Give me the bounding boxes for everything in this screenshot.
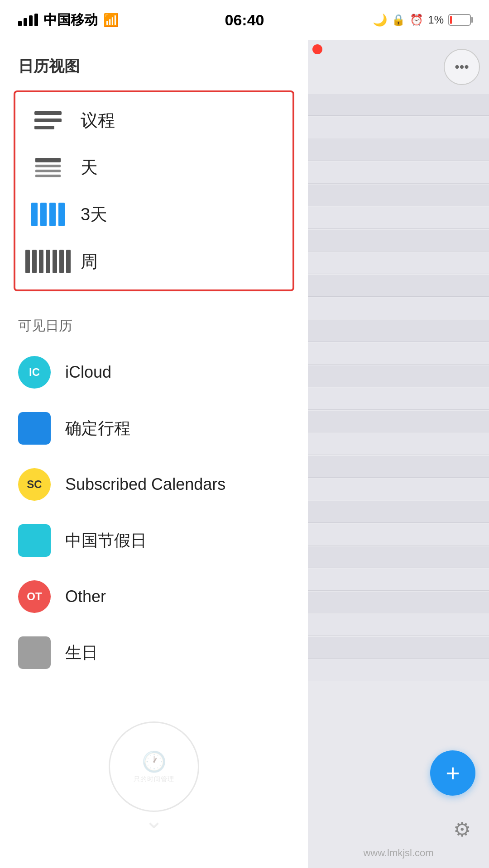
watermark-area: 🕐 只的时间管理 ⌄ bbox=[0, 685, 308, 852]
icloud-avatar: IC bbox=[18, 356, 51, 389]
alarm-icon: ⏰ bbox=[410, 14, 423, 26]
status-left: 中国移动 📶 bbox=[18, 11, 119, 29]
status-bar: 中国移动 📶 06:40 🌙 🔒 ⏰ 1% bbox=[0, 0, 489, 40]
day-label: 天 bbox=[81, 156, 98, 179]
subscribed-avatar: SC bbox=[18, 468, 51, 501]
other-avatar: OT bbox=[18, 580, 51, 613]
battery-percent: 1% bbox=[428, 14, 444, 26]
main-layout: 日历视图 议程 bbox=[0, 40, 489, 868]
calendar-item-holidays[interactable]: 中国节假日 bbox=[0, 512, 308, 569]
notification-dot bbox=[312, 44, 322, 54]
status-time: 06:40 bbox=[225, 11, 264, 29]
right-panel: ••• + ⚙ www.lmkjsl.com bbox=[308, 40, 489, 868]
settings-icon[interactable]: ⚙ bbox=[453, 818, 471, 841]
holidays-label: 中国节假日 bbox=[65, 530, 147, 552]
3day-icon bbox=[32, 202, 64, 227]
battery-icon bbox=[448, 14, 471, 26]
lock-icon: 🔒 bbox=[392, 14, 405, 26]
more-button[interactable]: ••• bbox=[444, 49, 480, 85]
confirmed-icon bbox=[18, 412, 51, 445]
wifi-icon: 📶 bbox=[103, 13, 119, 28]
other-label: Other bbox=[65, 587, 106, 606]
calendar-item-confirmed[interactable]: 确定行程 bbox=[0, 400, 308, 456]
left-panel: 日历视图 议程 bbox=[0, 40, 308, 868]
subscribed-label: Subscribed Calendars bbox=[65, 475, 225, 494]
holidays-icon bbox=[18, 524, 51, 557]
view-option-day[interactable]: 天 bbox=[15, 144, 292, 191]
signal-icon bbox=[18, 14, 38, 26]
carrier-label: 中国移动 bbox=[43, 11, 98, 29]
birthday-label: 生日 bbox=[65, 642, 98, 664]
day-icon bbox=[32, 155, 64, 180]
agenda-label: 议程 bbox=[81, 109, 115, 132]
visible-calendars-section: 可见日历 IC iCloud 确定行程 SC Subscribed Calend… bbox=[0, 305, 308, 685]
view-options-box: 议程 天 bbox=[14, 90, 294, 291]
visible-calendars-header: 可见日历 bbox=[0, 309, 308, 344]
view-option-3day[interactable]: 3天 bbox=[15, 191, 292, 238]
calendar-item-birthday[interactable]: 生日 bbox=[0, 625, 308, 681]
3day-label: 3天 bbox=[81, 203, 107, 226]
agenda-icon bbox=[32, 108, 64, 133]
calendar-stripes bbox=[308, 94, 489, 732]
week-icon bbox=[32, 249, 64, 274]
view-option-week[interactable]: 周 bbox=[15, 238, 292, 285]
birthday-icon bbox=[18, 636, 51, 669]
calendar-view-header: 日历视图 bbox=[0, 40, 308, 86]
clock-icon: 🕐 bbox=[142, 750, 167, 773]
icloud-label: iCloud bbox=[65, 363, 111, 382]
confirmed-label: 确定行程 bbox=[65, 417, 130, 440]
add-button[interactable]: + bbox=[430, 750, 475, 796]
calendar-item-other[interactable]: OT Other bbox=[0, 569, 308, 625]
view-option-agenda[interactable]: 议程 bbox=[15, 97, 292, 144]
calendar-item-icloud[interactable]: IC iCloud bbox=[0, 344, 308, 400]
week-label: 周 bbox=[81, 250, 98, 273]
watermark-circle: 🕐 只的时间管理 bbox=[109, 721, 199, 812]
status-right: 🌙 🔒 ⏰ 1% bbox=[373, 13, 471, 27]
moon-icon: 🌙 bbox=[373, 13, 387, 27]
brand-watermark: www.lmkjsl.com bbox=[308, 847, 489, 859]
calendar-item-subscribed[interactable]: SC Subscribed Calendars bbox=[0, 456, 308, 512]
